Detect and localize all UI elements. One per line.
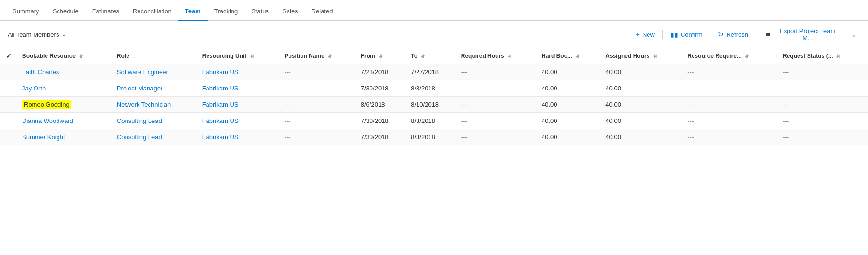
- nav-tab-team[interactable]: Team: [178, 3, 208, 21]
- sort-icon-assigned: ⇵: [653, 54, 657, 59]
- nav-tab-reconciliation[interactable]: Reconciliation: [126, 3, 178, 21]
- sort-icon-required: ⇵: [508, 54, 511, 59]
- cell-resource-req: ---: [683, 64, 778, 80]
- nav-tab-summary[interactable]: Summary: [6, 3, 46, 21]
- cell-from: 7/30/2018: [356, 129, 406, 145]
- row-checkbox[interactable]: [0, 97, 17, 113]
- new-button[interactable]: + New: [631, 28, 660, 41]
- cell-position: ---: [279, 80, 356, 97]
- cell-request-status: ---: [778, 113, 868, 129]
- cell-to: 8/10/2018: [406, 97, 456, 113]
- row-checkbox[interactable]: [0, 80, 17, 97]
- sort-icon-to: ⇵: [421, 54, 425, 59]
- highlighted-resource[interactable]: Romeo Gooding: [22, 100, 71, 109]
- export-button[interactable]: ◾ Export Project Team M...: [759, 25, 845, 44]
- table-row: Summer KnightConsulting LeadFabrikam US-…: [0, 129, 868, 145]
- export-label: Export Project Team M...: [775, 27, 841, 42]
- separator-2: [710, 30, 710, 39]
- cell-resource[interactable]: Dianna Woodward: [17, 113, 112, 129]
- cell-role[interactable]: Consulting Lead: [112, 129, 197, 145]
- cell-resource-req: ---: [683, 113, 778, 129]
- cell-role[interactable]: Network Technician: [112, 97, 197, 113]
- nav-tab-related[interactable]: Related: [305, 3, 340, 21]
- cell-from: 7/23/2018: [356, 64, 406, 80]
- cell-role[interactable]: Project Manager: [112, 80, 197, 97]
- cell-role[interactable]: Consulting Lead: [112, 113, 197, 129]
- cell-resource[interactable]: Summer Knight: [17, 129, 112, 145]
- cell-required-hours: ---: [456, 80, 537, 97]
- cell-resourcing-unit[interactable]: Fabrikam US: [197, 97, 280, 113]
- cell-resource-req: ---: [683, 80, 778, 97]
- col-assigned-hours[interactable]: Assigned Hours ⇵: [601, 48, 683, 64]
- nav-tabs: SummaryScheduleEstimatesReconciliationTe…: [0, 0, 868, 21]
- table-row: Jay OrthProject ManagerFabrikam US---7/3…: [0, 80, 868, 97]
- cell-hard-boo: 40.00: [537, 97, 601, 113]
- col-required-hours[interactable]: Required Hours ⇵: [456, 48, 537, 64]
- cell-hard-boo: 40.00: [537, 113, 601, 129]
- cell-position: ---: [279, 129, 356, 145]
- col-resourcing-unit[interactable]: Resourcing Unit ⇵: [197, 48, 280, 64]
- col-to[interactable]: To ⇵: [406, 48, 456, 64]
- cell-assigned-hours: 40.00: [601, 80, 683, 97]
- cell-required-hours: ---: [456, 113, 537, 129]
- separator-1: [662, 30, 663, 39]
- sort-icon-from: ⇵: [379, 54, 382, 59]
- cell-request-status: ---: [778, 97, 868, 113]
- col-position-name[interactable]: Position Name ⇵: [279, 48, 356, 64]
- row-checkbox[interactable]: [0, 129, 17, 145]
- cell-position: ---: [279, 113, 356, 129]
- cell-resourcing-unit[interactable]: Fabrikam US: [197, 113, 280, 129]
- toolbar-actions: + New ▮▮ Confirm ↻ Refresh ◾ Export Proj…: [631, 25, 860, 44]
- app-container: SummaryScheduleEstimatesReconciliationTe…: [0, 0, 868, 255]
- col-role[interactable]: Role ↓: [112, 48, 197, 64]
- sort-icon-resource-req: ⇵: [745, 54, 749, 59]
- col-resource-require[interactable]: Resource Require... ⇵: [683, 48, 778, 64]
- col-hard-boo[interactable]: Hard Boo... ⇵: [537, 48, 601, 64]
- select-all-checkbox[interactable]: ✓: [0, 48, 17, 64]
- cell-hard-boo: 40.00: [537, 64, 601, 80]
- col-request-status[interactable]: Request Status (... ⇵: [778, 48, 868, 64]
- cell-resourcing-unit[interactable]: Fabrikam US: [197, 129, 280, 145]
- sort-icon-position: ⇵: [328, 54, 332, 59]
- refresh-button[interactable]: ↻ Refresh: [713, 28, 753, 41]
- cell-resource[interactable]: Faith Charles: [17, 64, 112, 80]
- chevron-down-icon: ⌄: [62, 32, 66, 38]
- new-label: New: [642, 31, 655, 38]
- cell-to: 8/3/2018: [406, 129, 456, 145]
- cell-assigned-hours: 40.00: [601, 113, 683, 129]
- row-checkbox[interactable]: [0, 64, 17, 80]
- cell-from: 7/30/2018: [356, 113, 406, 129]
- nav-tab-estimates[interactable]: Estimates: [85, 3, 126, 21]
- confirm-button[interactable]: ▮▮ Confirm: [666, 28, 707, 41]
- cell-resource[interactable]: Romeo Gooding: [17, 97, 112, 113]
- nav-tab-schedule[interactable]: Schedule: [46, 3, 85, 21]
- table-row: Dianna WoodwardConsulting LeadFabrikam U…: [0, 113, 868, 129]
- sort-icon-hardboo: ⇵: [576, 54, 579, 59]
- row-checkbox[interactable]: [0, 113, 17, 129]
- more-button[interactable]: ⌄: [847, 29, 860, 41]
- cell-hard-boo: 40.00: [537, 80, 601, 97]
- confirm-icon: ▮▮: [671, 31, 678, 38]
- cell-resourcing-unit[interactable]: Fabrikam US: [197, 80, 280, 97]
- cell-assigned-hours: 40.00: [601, 64, 683, 80]
- refresh-icon: ↻: [718, 31, 724, 38]
- cell-assigned-hours: 40.00: [601, 97, 683, 113]
- table-container: ✓ Bookable Resource ⇵ Role ↓ Resourcing …: [0, 48, 868, 255]
- cell-resource-req: ---: [683, 129, 778, 145]
- cell-required-hours: ---: [456, 97, 537, 113]
- sort-icon-resourcing: ⇵: [250, 54, 254, 59]
- nav-tab-tracking[interactable]: Tracking: [208, 3, 244, 21]
- table-row: Faith CharlesSoftware EngineerFabrikam U…: [0, 64, 868, 80]
- col-from[interactable]: From ⇵: [356, 48, 406, 64]
- separator-3: [756, 30, 756, 39]
- cell-resource[interactable]: Jay Orth: [17, 80, 112, 97]
- col-bookable-resource[interactable]: Bookable Resource ⇵: [17, 48, 112, 64]
- nav-tab-status[interactable]: Status: [244, 3, 276, 21]
- cell-role[interactable]: Software Engineer: [112, 64, 197, 80]
- cell-resourcing-unit[interactable]: Fabrikam US: [197, 64, 280, 80]
- cell-to: 7/27/2018: [406, 64, 456, 80]
- filter-dropdown[interactable]: All Team Members ⌄: [8, 31, 66, 38]
- nav-tab-sales[interactable]: Sales: [276, 3, 305, 21]
- toolbar: All Team Members ⌄ + New ▮▮ Confirm ↻ Re…: [0, 21, 868, 48]
- export-icon: ◾: [764, 31, 772, 38]
